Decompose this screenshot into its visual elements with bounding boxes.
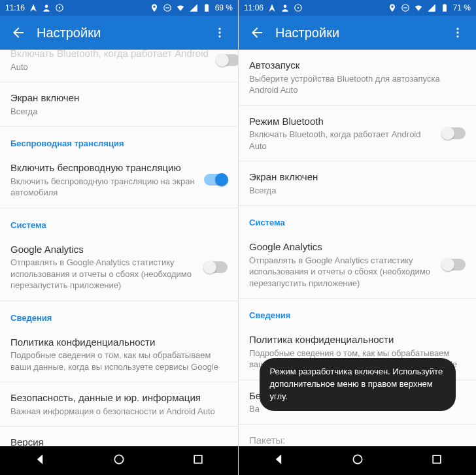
- setting-wireless-cast[interactable]: Включить беспроводную трансляцию Включит…: [0, 152, 238, 208]
- setting-security[interactable]: Безопасность, данные и юр. информация Ва…: [0, 382, 238, 426]
- svg-point-15: [456, 28, 458, 30]
- nav-arrow-icon: [29, 3, 38, 12]
- svg-point-5: [218, 28, 220, 30]
- svg-point-7: [218, 35, 220, 37]
- person-icon: [280, 3, 290, 12]
- setting-privacy[interactable]: Политика конфиденциальности Подробные св…: [0, 327, 238, 382]
- svg-point-8: [114, 455, 123, 463]
- phone-right: 11:06 71 % Настройки: [238, 0, 476, 475]
- page-title: Настройки: [275, 25, 445, 41]
- setting-autostart[interactable]: Автозапуск Выберите устройства Bluetooth…: [239, 50, 476, 105]
- wheel-icon: [294, 3, 303, 12]
- nav-bar: [0, 446, 238, 475]
- svg-point-2: [59, 7, 60, 8]
- wheel-icon: [55, 3, 64, 12]
- more-button[interactable]: [445, 20, 471, 46]
- page-title: Настройки: [37, 25, 207, 41]
- status-bar: 11:16 69 %: [0, 0, 238, 16]
- nav-back-icon[interactable]: [272, 453, 285, 468]
- svg-rect-14: [403, 7, 407, 8]
- nav-home-icon[interactable]: [351, 453, 364, 468]
- signal-icon: [189, 3, 198, 12]
- setting-bluetooth-partial[interactable]: Включать Bluetooth, когда работает Andro…: [0, 50, 238, 82]
- battery-percent: 69 %: [215, 3, 233, 12]
- section-about: Сведения: [239, 299, 476, 324]
- setting-analytics[interactable]: Google Analytics Отправлять в Google Ana…: [0, 234, 238, 301]
- setting-screen-on[interactable]: Экран включен Всегда: [0, 82, 238, 126]
- toggle-switch[interactable]: [204, 174, 228, 186]
- location-icon: [388, 3, 397, 12]
- more-button[interactable]: [207, 20, 233, 46]
- nav-back-icon[interactable]: [33, 453, 46, 468]
- setting-analytics[interactable]: Google Analytics Отправлять в Google Ana…: [239, 231, 476, 298]
- setting-screen-on[interactable]: Экран включен Всегда: [239, 161, 476, 205]
- setting-packages[interactable]: Пакеты: Google: 10.45.4.21.arm64: [239, 425, 476, 446]
- svg-rect-9: [194, 455, 202, 463]
- phone-left: 11:16 69 % Настройки: [0, 0, 238, 475]
- settings-list: Автозапуск Выберите устройства Bluetooth…: [239, 50, 476, 446]
- back-button[interactable]: [5, 20, 31, 46]
- svg-point-12: [298, 7, 299, 8]
- nav-recent-icon[interactable]: [192, 453, 205, 468]
- wifi-icon: [414, 3, 423, 12]
- setting-bluetooth-mode[interactable]: Режим Bluetooth Включать Bluetooth, когд…: [239, 106, 476, 161]
- status-time: 11:16: [5, 3, 25, 12]
- toggle-switch[interactable]: [204, 261, 228, 273]
- app-bar: Настройки: [239, 16, 476, 50]
- back-button[interactable]: [244, 20, 270, 46]
- section-about: Сведения: [0, 301, 238, 327]
- nav-bar: [239, 446, 476, 475]
- settings-list: Включать Bluetooth, когда работает Andro…: [0, 50, 238, 446]
- section-wireless: Беспроводная трансляция: [0, 127, 238, 152]
- status-time: 11:06: [244, 3, 264, 12]
- svg-point-16: [456, 31, 458, 33]
- battery-icon: [440, 3, 449, 12]
- dnd-icon: [163, 3, 172, 12]
- toggle-switch[interactable]: [442, 259, 466, 270]
- toggle-switch[interactable]: [216, 54, 238, 66]
- nav-recent-icon[interactable]: [430, 453, 443, 468]
- setting-version[interactable]: Версия 4.5.592854-release: [0, 427, 238, 446]
- svg-point-6: [218, 31, 220, 33]
- svg-point-0: [45, 5, 48, 8]
- dnd-icon: [401, 3, 410, 12]
- location-icon: [150, 3, 159, 12]
- nav-arrow-icon: [267, 3, 277, 12]
- svg-rect-19: [433, 455, 441, 463]
- signal-icon: [427, 3, 436, 12]
- wifi-icon: [176, 3, 185, 12]
- svg-point-18: [353, 455, 362, 463]
- battery-percent: 71 %: [453, 3, 471, 12]
- toast-developer-mode: Режим разработчика включен. Используйте …: [260, 358, 456, 411]
- svg-point-17: [456, 35, 458, 37]
- battery-icon: [202, 3, 211, 12]
- person-icon: [42, 3, 51, 12]
- status-bar: 11:06 71 %: [239, 0, 476, 16]
- section-system: Система: [0, 208, 238, 234]
- svg-point-10: [284, 5, 287, 8]
- toggle-switch[interactable]: [442, 127, 466, 139]
- app-bar: Настройки: [0, 16, 238, 50]
- nav-home-icon[interactable]: [112, 453, 126, 468]
- svg-rect-4: [165, 7, 169, 8]
- section-system: Система: [239, 206, 476, 231]
